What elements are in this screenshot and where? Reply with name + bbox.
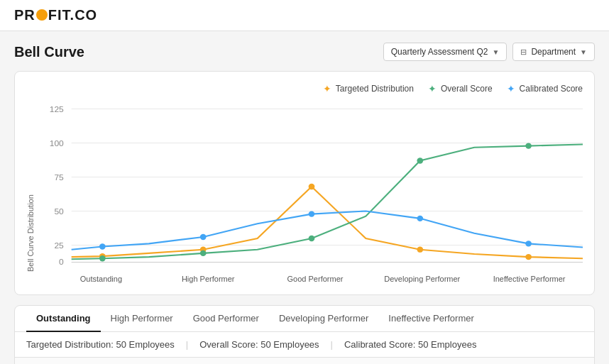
calibrated-line	[72, 211, 583, 249]
calibrated-dot-3	[309, 211, 315, 216]
stat-overall: Overall Score: 50 Employees	[199, 339, 319, 350]
logo: PR FIT.CO	[14, 7, 595, 23]
tabs-bar: Outstanding High Performer Good Performe…	[15, 306, 594, 332]
overall-dot-1	[99, 255, 106, 261]
page-header: Bell Curve Quarterly Assessment Q2 ▼ ⊟ D…	[14, 43, 595, 61]
stats-divider-2: |	[331, 339, 333, 350]
department-label: Department	[531, 47, 576, 57]
svg-text:50: 50	[54, 206, 64, 216]
svg-text:125: 125	[50, 104, 64, 114]
chart-inner: 125 100 75 50 25 0	[40, 101, 583, 272]
calibrated-dot-4	[417, 216, 423, 221]
table-head: Name Manager Department Overall Score Ca…	[15, 358, 594, 364]
x-axis-labels: Outstanding High Performer Good Performe…	[26, 275, 583, 283]
tabs-section: Outstanding High Performer Good Performe…	[14, 305, 595, 364]
assessment-label: Quarterly Assessment Q2	[391, 47, 488, 57]
svg-text:0: 0	[59, 257, 64, 266]
chart-svg: 125 100 75 50 25 0	[40, 101, 583, 272]
legend-targeted-label: Targeted Distribution	[336, 84, 414, 94]
x-label-good-performer: Good Performer	[262, 275, 369, 283]
col-manager: Manager	[148, 358, 265, 364]
targeted-dot-4	[417, 247, 423, 253]
tab-ineffective-performer[interactable]: Ineffective Performer	[378, 306, 483, 332]
chart-legend: ✦ Targeted Distribution ✦ Overall Score …	[26, 83, 583, 94]
assessment-dropdown[interactable]: Quarterly Assessment Q2 ▼	[383, 43, 508, 61]
tab-high-performer[interactable]: High Performer	[101, 306, 183, 332]
stats-divider-1: |	[186, 339, 188, 350]
department-dropdown-arrow: ▼	[580, 48, 587, 56]
logo-circle-icon	[36, 9, 48, 21]
legend-overall-icon: ✦	[428, 83, 437, 94]
header-controls: Quarterly Assessment Q2 ▼ ⊟ Department ▼	[383, 43, 595, 61]
stats-bar: Targeted Distribution: 50 Employees | Ov…	[15, 332, 594, 358]
x-label-ineffective-performer: Ineffective Performer	[476, 275, 583, 283]
legend-calibrated: ✦ Calibrated Score	[507, 83, 583, 94]
tab-good-performer[interactable]: Good Performer	[183, 306, 269, 332]
svg-text:100: 100	[50, 138, 64, 148]
svg-text:25: 25	[54, 241, 64, 250]
tab-outstanding[interactable]: Outstanding	[26, 306, 101, 332]
legend-overall: ✦ Overall Score	[428, 83, 493, 94]
calibrated-dot-2	[200, 234, 207, 240]
tab-developing-performer[interactable]: Developing Performer	[269, 306, 378, 332]
overall-dot-2	[200, 250, 207, 256]
col-calibrate-score: Calibrate Score	[488, 358, 594, 364]
page-title: Bell Curve	[14, 44, 84, 60]
chart-card: ✦ Targeted Distribution ✦ Overall Score …	[14, 71, 595, 295]
filter-icon: ⊟	[520, 48, 527, 57]
svg-text:75: 75	[54, 172, 64, 182]
col-overall-score: Overall Score	[391, 358, 488, 364]
col-department: Department	[265, 358, 390, 364]
x-label-high-performer: High Performer	[155, 275, 262, 283]
data-table: Name Manager Department Overall Score Ca…	[15, 358, 594, 364]
top-bar: PR FIT.CO	[0, 0, 609, 31]
overall-dot-4	[417, 158, 423, 163]
overall-dot-5	[525, 143, 532, 148]
assessment-dropdown-arrow: ▼	[492, 48, 499, 56]
targeted-dot-3	[309, 184, 315, 189]
page-container: Bell Curve Quarterly Assessment Q2 ▼ ⊟ D…	[0, 31, 609, 364]
legend-targeted: ✦ Targeted Distribution	[323, 83, 414, 94]
table-header-row: Name Manager Department Overall Score Ca…	[15, 358, 594, 364]
calibrated-dot-5	[525, 241, 532, 246]
y-axis-label: Bell Curve Distribution	[26, 101, 35, 272]
x-label-outstanding: Outstanding	[48, 275, 155, 283]
targeted-dot-5	[525, 254, 532, 260]
legend-targeted-icon: ✦	[323, 83, 331, 94]
table-container: Name Manager Department Overall Score Ca…	[15, 358, 594, 364]
department-dropdown[interactable]: ⊟ Department ▼	[512, 43, 595, 61]
x-label-developing-performer: Developing Performer	[368, 275, 476, 283]
col-name: Name	[15, 358, 148, 364]
stat-targeted: Targeted Distribution: 50 Employees	[26, 339, 175, 350]
stat-calibrated: Calibrated Score: 50 Employees	[344, 339, 476, 350]
targeted-line	[72, 187, 583, 258]
chart-area: Bell Curve Distribution 125 100 75 50 25…	[26, 101, 583, 272]
overall-dot-3	[309, 236, 315, 241]
legend-calibrated-label: Calibrated Score	[520, 84, 583, 94]
legend-overall-label: Overall Score	[441, 84, 493, 94]
legend-calibrated-icon: ✦	[507, 83, 515, 94]
calibrated-dot-1	[99, 243, 106, 249]
